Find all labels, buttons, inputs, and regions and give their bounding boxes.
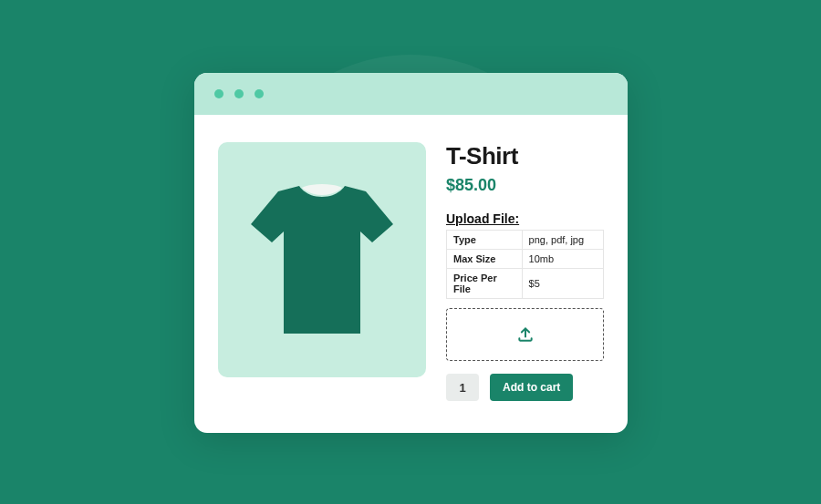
window-dot-icon — [255, 89, 264, 98]
product-image — [218, 142, 426, 377]
spec-label: Type — [447, 231, 523, 250]
window-titlebar — [194, 73, 628, 115]
product-page: T-Shirt $85.00 Upload File: Type png, pd… — [194, 115, 628, 423]
product-title: T-Shirt — [446, 142, 604, 170]
window-dot-icon — [214, 89, 223, 98]
browser-window: T-Shirt $85.00 Upload File: Type png, pd… — [194, 73, 628, 433]
tshirt-icon — [249, 182, 395, 337]
spec-value: 10mb — [522, 250, 603, 269]
upload-spec-table: Type png, pdf, jpg Max Size 10mb Price P… — [446, 230, 604, 299]
spec-value: $5 — [522, 269, 603, 299]
table-row: Price Per File $5 — [447, 269, 604, 299]
spec-label: Price Per File — [447, 269, 523, 299]
product-details: T-Shirt $85.00 Upload File: Type png, pd… — [446, 142, 604, 401]
add-to-cart-button[interactable]: Add to cart — [490, 374, 573, 401]
product-price: $85.00 — [446, 176, 604, 195]
table-row: Type png, pdf, jpg — [447, 231, 604, 250]
file-upload-dropzone[interactable] — [446, 308, 604, 361]
upload-section-heading: Upload File: — [446, 211, 604, 226]
cart-actions: Add to cart — [446, 374, 604, 401]
window-dot-icon — [234, 89, 244, 98]
spec-value: png, pdf, jpg — [522, 231, 603, 250]
quantity-stepper[interactable] — [446, 374, 479, 401]
upload-icon — [516, 325, 535, 344]
table-row: Max Size 10mb — [447, 250, 604, 269]
spec-label: Max Size — [447, 250, 523, 269]
